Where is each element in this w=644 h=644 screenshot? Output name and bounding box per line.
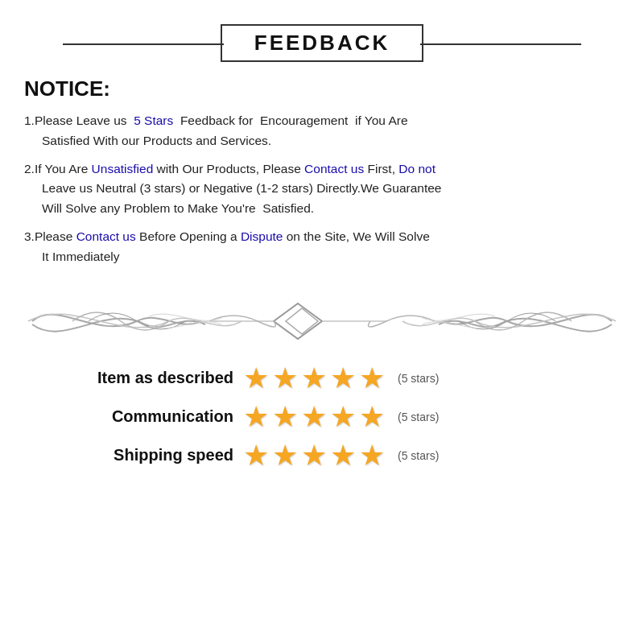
star-3: ★ <box>301 402 327 431</box>
notice-item-1-text: 1.Please Leave us 5 Stars Feedback for E… <box>24 114 408 127</box>
notice-item-2-line1: 2.If You Are Unsatisfied with Our Produc… <box>24 162 436 175</box>
feedback-title-box: FEEDBACK <box>221 24 423 62</box>
rating-row-shipping-speed: Shipping speed ★ ★ ★ ★ ★ (5 stars) <box>48 441 620 470</box>
notice-item-2: 2.If You Are Unsatisfied with Our Produc… <box>24 159 620 219</box>
star-2: ★ <box>272 402 298 431</box>
five-stars-text: 5 Stars <box>134 114 173 127</box>
stars-item-as-described: ★ ★ ★ ★ ★ <box>243 364 385 393</box>
header-row: FEEDBACK <box>24 24 620 62</box>
star-5: ★ <box>359 364 385 393</box>
star-count-communication: (5 stars) <box>398 411 439 423</box>
star-1: ★ <box>243 441 269 470</box>
star-4: ★ <box>330 364 356 393</box>
star-2: ★ <box>272 441 298 470</box>
notice-item-1-line2: Satisfied With our Products and Services… <box>24 131 620 151</box>
star-1: ★ <box>243 402 269 431</box>
notice-item-2-line3: Will Solve any Problem to Make You're Sa… <box>24 199 620 219</box>
star-3: ★ <box>301 441 327 470</box>
notice-item-2-line2: Leave us Neutral (3 stars) or Negative (… <box>24 179 620 199</box>
ratings-section: Item as described ★ ★ ★ ★ ★ (5 stars) Co… <box>24 364 620 470</box>
notice-item-3-line1: 3.Please Contact us Before Opening a Dis… <box>24 229 430 243</box>
star-4: ★ <box>330 402 356 431</box>
stars-communication: ★ ★ ★ ★ ★ <box>243 402 385 431</box>
dispute-text: Dispute <box>241 229 283 243</box>
rating-row-item-as-described: Item as described ★ ★ ★ ★ ★ (5 stars) <box>48 364 620 393</box>
star-5: ★ <box>359 402 385 431</box>
notice-item-1: 1.Please Leave us 5 Stars Feedback for E… <box>24 111 620 151</box>
rating-row-communication: Communication ★ ★ ★ ★ ★ (5 stars) <box>48 402 620 431</box>
stars-shipping-speed: ★ ★ ★ ★ ★ <box>243 441 385 470</box>
decorative-divider <box>24 295 620 352</box>
star-4: ★ <box>330 441 356 470</box>
rating-label-item-as-described: Item as described <box>48 369 233 387</box>
feedback-title: FEEDBACK <box>254 31 390 55</box>
rating-label-communication: Communication <box>48 407 233 426</box>
star-1: ★ <box>243 364 269 393</box>
contact-us-text-1: Contact us <box>304 162 364 175</box>
notice-item-3: 3.Please Contact us Before Opening a Dis… <box>24 227 620 267</box>
star-3: ★ <box>301 364 327 393</box>
star-count-item-as-described: (5 stars) <box>398 372 439 385</box>
notice-section: NOTICE: 1.Please Leave us 5 Stars Feedba… <box>24 76 620 275</box>
unsatisfied-text: Unsatisfied <box>92 162 154 175</box>
star-5: ★ <box>359 441 385 470</box>
notice-item-3-line2: It Immediately <box>24 247 620 267</box>
do-not-text: Do not <box>398 162 436 175</box>
page-wrapper: FEEDBACK NOTICE: 1.Please Leave us 5 Sta… <box>0 0 644 644</box>
star-2: ★ <box>272 364 298 393</box>
star-count-shipping-speed: (5 stars) <box>398 449 439 462</box>
notice-heading: NOTICE: <box>24 76 620 101</box>
rating-label-shipping-speed: Shipping speed <box>48 446 233 464</box>
contact-us-text-2: Contact us <box>76 229 136 243</box>
